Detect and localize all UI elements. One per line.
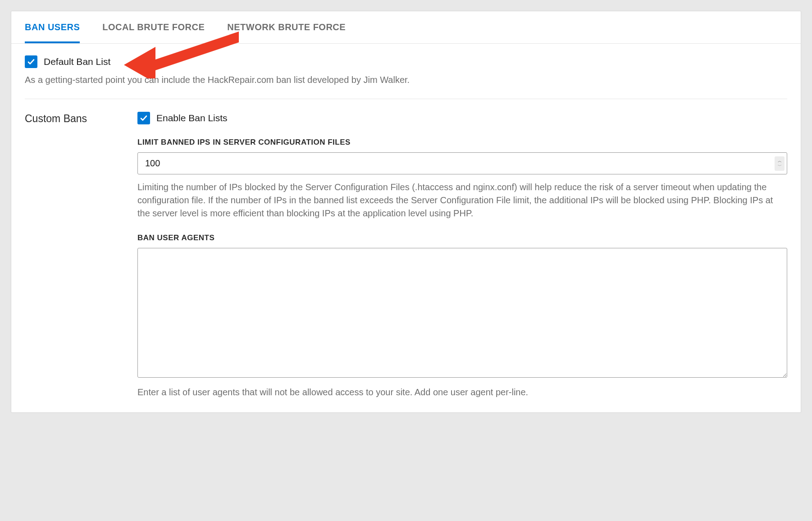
ban-user-agents-help: Enter a list of user agents that will no… (137, 386, 787, 399)
limit-banned-ips-label: LIMIT BANNED IPS IN SERVER CONFIGURATION… (137, 138, 787, 147)
custom-bans-section: Custom Bans Enable Ban Lists LIMIT BANNE… (25, 112, 787, 399)
chevron-up-icon: ︿ (778, 159, 782, 163)
limit-banned-ips-input[interactable] (137, 152, 787, 174)
tabs-bar: BAN USERS LOCAL BRUTE FORCE NETWORK BRUT… (11, 11, 801, 44)
chevron-down-icon: ﹀ (778, 164, 782, 168)
tab-local-brute-force[interactable]: LOCAL BRUTE FORCE (102, 11, 205, 43)
enable-ban-lists-checkbox[interactable] (137, 112, 150, 124)
custom-bans-title: Custom Bans (25, 112, 119, 399)
section-divider (25, 99, 787, 99)
check-icon (27, 58, 35, 66)
tab-network-brute-force[interactable]: NETWORK BRUTE FORCE (227, 11, 346, 43)
settings-panel: BAN USERS LOCAL BRUTE FORCE NETWORK BRUT… (11, 11, 801, 413)
limit-banned-ips-stepper[interactable]: ︿ ﹀ (775, 156, 785, 171)
ban-user-agents-textarea[interactable] (137, 248, 787, 378)
enable-ban-lists-label: Enable Ban Lists (156, 113, 228, 123)
tab-content: Default Ban List As a getting-started po… (11, 44, 801, 412)
tab-ban-users[interactable]: BAN USERS (25, 11, 80, 43)
default-ban-list-label: Default Ban List (44, 56, 110, 67)
default-ban-list-row: Default Ban List (25, 55, 787, 68)
limit-banned-ips-wrapper: ︿ ﹀ (137, 152, 787, 174)
default-ban-list-checkbox[interactable] (25, 55, 37, 68)
ban-user-agents-label: BAN USER AGENTS (137, 233, 787, 242)
limit-banned-ips-help: Limiting the number of IPs blocked by th… (137, 181, 787, 220)
check-icon (140, 114, 148, 122)
enable-ban-lists-row: Enable Ban Lists (137, 112, 787, 124)
custom-bans-body: Enable Ban Lists LIMIT BANNED IPS IN SER… (137, 112, 787, 399)
default-ban-list-description: As a getting-started point you can inclu… (25, 73, 787, 86)
